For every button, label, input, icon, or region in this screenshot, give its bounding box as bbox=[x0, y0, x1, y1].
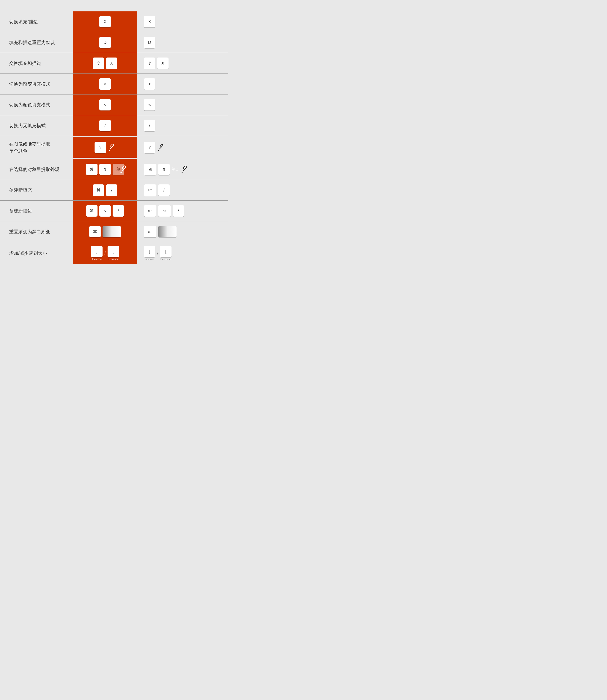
key-button: ⇧ bbox=[95, 142, 106, 153]
mac-keys-cell: / bbox=[73, 115, 137, 136]
mac-keys-cell: ⇧ bbox=[73, 137, 137, 158]
key-button: alt bbox=[158, 205, 171, 217]
win-keys-cell: ] Increase / [ Decrease bbox=[137, 242, 228, 264]
key-sublabel: Increase bbox=[145, 258, 154, 260]
key-sublabel: Decrease bbox=[160, 258, 171, 260]
key-button: ⌘ bbox=[86, 163, 98, 175]
win-keys-cell: ctrl/ bbox=[137, 180, 228, 200]
eyedropper-icon bbox=[181, 166, 188, 173]
header bbox=[0, 0, 228, 12]
key-button: < bbox=[99, 99, 111, 110]
separator: / bbox=[157, 251, 158, 256]
key-button: X bbox=[157, 58, 169, 69]
eyedropper-icon bbox=[120, 165, 128, 173]
separator: / bbox=[104, 251, 105, 256]
win-keys-cell: alt⇧单击 bbox=[137, 159, 228, 180]
svg-marker-11 bbox=[182, 172, 183, 173]
win-keys-cell: X bbox=[137, 12, 228, 32]
key-with-label: ] Increase bbox=[91, 246, 103, 260]
row-label: 创建新描边 bbox=[0, 203, 73, 219]
key-button: [ bbox=[160, 246, 171, 257]
key-button: / bbox=[112, 205, 124, 217]
key-button: / bbox=[144, 120, 155, 131]
table-row: 创建新描边 ⌘⌥/ ctrlalt/ bbox=[0, 201, 228, 221]
win-keys-cell: ctrlalt/ bbox=[137, 201, 228, 221]
eyedropper-icon bbox=[157, 144, 165, 151]
win-keys-cell: ⇧ bbox=[137, 137, 228, 158]
shortcut-table: 切换填充/描边 X X 填充和描边重置为默认 D D 交换填充和描边 ⇧X ⇧X… bbox=[0, 12, 228, 264]
table-row: 切换为无填充模式 / / bbox=[0, 115, 228, 136]
mac-keys-cell: ⌘ bbox=[73, 221, 137, 242]
win-keys-cell: ⇧X bbox=[137, 53, 228, 73]
mac-keys-cell: ⌘⌥/ bbox=[73, 201, 137, 221]
key-sublabel: Increase bbox=[92, 258, 102, 260]
key-button: ⌘ bbox=[86, 205, 98, 217]
gradient-key bbox=[103, 226, 121, 237]
page: 切换填充/描边 X X 填充和描边重置为默认 D D 交换填充和描边 ⇧X ⇧X… bbox=[0, 0, 228, 264]
key-with-label: [ Decrease bbox=[108, 246, 119, 260]
key-button: ctrl bbox=[144, 184, 156, 196]
key-button: / bbox=[99, 120, 111, 131]
table-row: 切换为颜色填充模式 < < bbox=[0, 94, 228, 115]
mac-keys-cell: ⌘/ bbox=[73, 180, 137, 200]
mac-keys-cell: D bbox=[73, 32, 137, 53]
row-label: 重置渐变为黑白渐变 bbox=[0, 224, 73, 240]
mac-keys-cell: < bbox=[73, 94, 137, 115]
key-button: / bbox=[158, 184, 170, 196]
mac-keys-cell: ⌘⇧ 单 bbox=[73, 159, 137, 180]
mac-keys-cell: > bbox=[73, 74, 137, 94]
key-button: / bbox=[173, 205, 184, 217]
key-button: ⇧ bbox=[93, 58, 104, 69]
click-text-label: 单击 bbox=[171, 167, 179, 172]
row-label: 在选择的对象里提取外观 bbox=[0, 161, 73, 177]
table-row: 填充和描边重置为默认 D D bbox=[0, 32, 228, 53]
row-label: 切换为颜色填充模式 bbox=[0, 97, 73, 113]
key-button: > bbox=[99, 78, 111, 90]
row-label: 在图像或渐变里提取单个颜色 bbox=[0, 136, 73, 159]
key-button: ctrl bbox=[144, 226, 156, 237]
table-row: 创建新填充 ⌘/ ctrl/ bbox=[0, 180, 228, 201]
eyedropper-icon bbox=[108, 144, 116, 151]
key-button: > bbox=[144, 78, 155, 90]
svg-marker-8 bbox=[120, 172, 122, 173]
table-row: 在图像或渐变里提取单个颜色 ⇧ ⇧ bbox=[0, 136, 228, 159]
key-sublabel: Decrease bbox=[108, 258, 119, 260]
row-label: 交换填充和描边 bbox=[0, 55, 73, 71]
key-button: ⌥ bbox=[99, 205, 111, 217]
key-button: alt bbox=[144, 163, 156, 175]
table-row: 增加/减少笔刷大小 ] Increase / [ Decrease ] Incr… bbox=[0, 242, 228, 264]
key-with-label: ] Increase bbox=[144, 246, 155, 260]
row-label: 填充和描边重置为默认 bbox=[0, 35, 73, 50]
key-button: ctrl bbox=[144, 205, 156, 217]
key-button: ⇧ bbox=[158, 163, 170, 175]
mac-keys-cell: X bbox=[73, 12, 137, 32]
table-row: 切换为渐变填充模式 > > bbox=[0, 74, 228, 94]
gradient-key bbox=[158, 226, 176, 237]
win-keys-cell: > bbox=[137, 74, 228, 94]
win-keys-cell: / bbox=[137, 115, 228, 136]
row-label: 切换为渐变填充模式 bbox=[0, 76, 73, 92]
mac-keys-cell: ⇧X bbox=[73, 53, 137, 73]
key-button: ] bbox=[91, 246, 103, 257]
key-button: X bbox=[99, 16, 111, 27]
key-button: [ bbox=[108, 246, 119, 257]
win-keys-cell: ctrl bbox=[137, 221, 228, 242]
key-button: < bbox=[144, 99, 155, 110]
table-row: 切换填充/描边 X X bbox=[0, 12, 228, 32]
svg-marker-2 bbox=[109, 150, 110, 151]
svg-marker-5 bbox=[158, 150, 160, 151]
key-button: X bbox=[144, 16, 155, 27]
table-row: 在选择的对象里提取外观 ⌘⇧ 单 alt⇧单击 bbox=[0, 159, 228, 180]
win-keys-cell: < bbox=[137, 94, 228, 115]
key-button: ] bbox=[144, 246, 155, 257]
row-label: 增加/减少笔刷大小 bbox=[0, 245, 73, 261]
key-button: / bbox=[106, 184, 118, 196]
key-button: X bbox=[106, 58, 118, 69]
table-row: 重置渐变为黑白渐变 ⌘ ctrl bbox=[0, 221, 228, 242]
mac-keys-cell: ] Increase / [ Decrease bbox=[73, 242, 137, 264]
win-keys-cell: D bbox=[137, 32, 228, 53]
row-label: 创建新填充 bbox=[0, 182, 73, 198]
table-row: 交换填充和描边 ⇧X ⇧X bbox=[0, 53, 228, 74]
key-button: D bbox=[99, 37, 111, 48]
key-button: ⇧ bbox=[144, 58, 155, 69]
